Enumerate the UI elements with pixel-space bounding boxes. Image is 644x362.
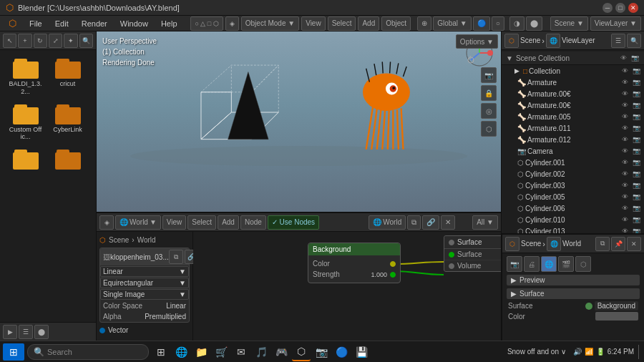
scene-selector[interactable]: Scene ▼ xyxy=(550,16,588,31)
node-single-image-select[interactable]: Single Image ▼ xyxy=(100,289,189,300)
sc-armature-005[interactable]: 🦴 Armature.005 👁 📷 xyxy=(502,111,644,122)
taskbar-chrome[interactable]: 🔵 xyxy=(332,343,351,361)
node-view-menu[interactable]: View xyxy=(162,215,187,230)
timeline-btn[interactable]: ▶ xyxy=(3,325,17,339)
tool-scale[interactable]: ⤢ xyxy=(49,34,62,48)
taskbar-steam[interactable]: 💾 xyxy=(352,343,371,361)
node-editor-type[interactable]: ◈ xyxy=(99,215,114,230)
taskbar-edge[interactable]: 🌐 xyxy=(172,343,190,361)
node-close-btn[interactable]: ✕ xyxy=(441,215,455,230)
props-render-tab[interactable]: 📷 xyxy=(507,256,522,272)
menu-item-blender[interactable]: ⬡ xyxy=(3,16,22,30)
node-copy-btn[interactable]: ⧉ xyxy=(407,215,421,230)
proportional-btn[interactable]: ○ xyxy=(492,16,504,31)
sc-cylinder-006[interactable]: ⬡ Cylinder.006 👁 📷 xyxy=(502,202,644,214)
mode-selector[interactable]: ○ △ □ ⬡ xyxy=(190,16,223,31)
desktop-icon-cricut[interactable]: cricut xyxy=(48,56,87,99)
taskbar-mail[interactable]: ✉ xyxy=(232,343,250,361)
use-nodes-btn[interactable]: ✓ Use Nodes xyxy=(268,215,319,230)
view-type-btn[interactable]: ☰ xyxy=(19,325,33,339)
sc-armature-011[interactable]: 🦴 Armature.011 👁 📷 xyxy=(502,122,644,134)
view-menu[interactable]: View xyxy=(301,16,326,31)
editor-type-btn[interactable]: ◈ xyxy=(225,16,239,31)
props-world-tab[interactable]: 🌐 xyxy=(541,256,557,272)
filter-btn[interactable]: ☰ xyxy=(611,34,625,48)
armature-eye[interactable]: 👁 xyxy=(620,77,630,87)
sc-cylinder-005[interactable]: ⬡ Cylinder.005 👁 📷 xyxy=(502,191,644,202)
system-clock[interactable]: 6:24 PM xyxy=(608,348,634,356)
3d-viewport[interactable]: User Perspective (1) Collection Renderin… xyxy=(97,31,501,212)
sc-armature-012[interactable]: 🦴 Armature.012 👁 📷 xyxy=(502,134,644,145)
sc-cylinder-003[interactable]: ⬡ Cylinder.003 👁 📷 xyxy=(502,180,644,191)
search-collection-btn[interactable]: 🔍 xyxy=(627,34,641,48)
taskbar-photos[interactable]: 📷 xyxy=(312,343,331,361)
collection-render[interactable]: 📷 xyxy=(630,53,640,63)
node-world-output-box[interactable]: Surface Surface Volume xyxy=(444,235,501,272)
viewport-options-btn[interactable]: Options ▼ xyxy=(456,34,498,49)
global-btn[interactable]: Global ▼ xyxy=(433,16,472,31)
sc-cylinder-002[interactable]: ⬡ Cylinder.002 👁 📷 xyxy=(502,168,644,180)
snap-btn[interactable]: 🔵 xyxy=(473,16,490,31)
show-desktop-btn[interactable] xyxy=(638,345,641,359)
props-surface-header[interactable]: ▶ Surface xyxy=(507,288,640,299)
viewport-shading-btn[interactable]: ◑ xyxy=(509,16,525,31)
menu-item-file[interactable]: File xyxy=(24,18,48,29)
minimize-button[interactable]: ─ xyxy=(602,3,613,13)
node-all-btn[interactable]: All ▼ xyxy=(472,215,498,230)
taskbar-blender-running[interactable]: ⬡ xyxy=(292,343,311,361)
world-icon[interactable]: 🌐 xyxy=(546,34,560,48)
pivot-btn[interactable]: ⊕ xyxy=(417,16,431,31)
props-pin-btn[interactable]: 📌 xyxy=(611,237,625,251)
search-bar[interactable]: 🔍 Search xyxy=(27,344,149,360)
desktop-icon-6[interactable] xyxy=(48,147,87,174)
sc-cylinder-013[interactable]: ⬡ Cylinder.013 👁 📷 xyxy=(502,225,644,233)
start-button[interactable]: ⊞ xyxy=(3,343,24,361)
network-icon[interactable]: 📶 xyxy=(585,348,593,356)
search-btn[interactable]: 🔍 xyxy=(79,34,93,48)
props-preview-header[interactable]: ▶ Preview xyxy=(507,275,640,285)
maximize-button[interactable]: □ xyxy=(615,3,625,13)
props-object-tab[interactable]: ⬡ xyxy=(575,256,591,272)
desktop-icon-baldi[interactable]: BALDI_1.3.2... xyxy=(6,56,45,99)
sc-armature-00c-2[interactable]: 🦴 Armature.00€ 👁 📷 xyxy=(502,99,644,111)
sc-camera[interactable]: 📷 Camera 👁 📷 xyxy=(502,145,644,157)
tool-rotate[interactable]: ↻ xyxy=(34,34,47,48)
node-node-menu[interactable]: Node xyxy=(240,215,266,230)
taskbar-explorer[interactable]: 📁 xyxy=(192,343,210,361)
node-linear-select[interactable]: Linear ▼ xyxy=(100,266,189,277)
view-layer-selector[interactable]: ViewLayer ▼ xyxy=(590,16,641,31)
node-select-menu[interactable]: Select xyxy=(187,215,216,230)
taskbar-taskview[interactable]: ⊞ xyxy=(152,343,170,361)
overlay-left-btn[interactable]: ⬤ xyxy=(34,325,49,339)
node-background-box[interactable]: Background Color Strength 1.000 xyxy=(308,243,401,283)
node-add-menu[interactable]: Add xyxy=(218,215,239,230)
sc-cylinder-001[interactable]: ⬡ Cylinder.001 👁 📷 xyxy=(502,157,644,168)
collection-item-collection[interactable]: ▶ □ Collection 👁 📷 xyxy=(502,65,644,77)
sc-cylinder-010[interactable]: ⬡ Cylinder.010 👁 📷 xyxy=(502,214,644,225)
tool-move[interactable]: + xyxy=(18,34,31,48)
props-output-tab[interactable]: 🖨 xyxy=(524,256,540,272)
props-scene-tab[interactable]: 🎬 xyxy=(558,256,574,272)
props-close-btn[interactable]: ✕ xyxy=(627,237,641,251)
select-menu[interactable]: Select xyxy=(328,16,356,31)
desktop-icon-5[interactable] xyxy=(6,147,45,174)
taskbar-xbox[interactable]: 🎮 xyxy=(272,343,291,361)
node-canvas[interactable]: Background Color Strength 1.000 xyxy=(193,232,501,341)
props-copy-btn[interactable]: ⧉ xyxy=(595,237,610,251)
battery-icon[interactable]: 🔋 xyxy=(596,348,605,356)
weather-notification[interactable]: Snow off and on ∨ xyxy=(503,346,570,357)
node-env-copy[interactable]: ⧉ xyxy=(169,250,183,264)
scene-icon[interactable]: ⬡ xyxy=(504,34,519,48)
props-world-icon[interactable]: 🌐 xyxy=(547,237,561,251)
tool-select[interactable]: ↖ xyxy=(3,34,16,48)
sc-armature[interactable]: 🦴 Armature 👁 📷 xyxy=(502,77,644,88)
menu-item-edit[interactable]: Edit xyxy=(49,18,74,29)
desktop-icon-cyberlink[interactable]: CyberLink xyxy=(48,102,87,145)
node-link-btn[interactable]: 🔗 xyxy=(422,215,439,230)
desktop-icon-custom[interactable]: Custom Offic... xyxy=(6,102,45,145)
node-world-selector[interactable]: 🌐 World xyxy=(369,215,406,230)
object-mode-selector[interactable]: Object Mode ▼ xyxy=(241,16,299,31)
menu-item-window[interactable]: Window xyxy=(114,18,154,29)
menu-item-render[interactable]: Render xyxy=(76,18,113,29)
overlay-btn[interactable]: ⬤ xyxy=(526,16,542,31)
